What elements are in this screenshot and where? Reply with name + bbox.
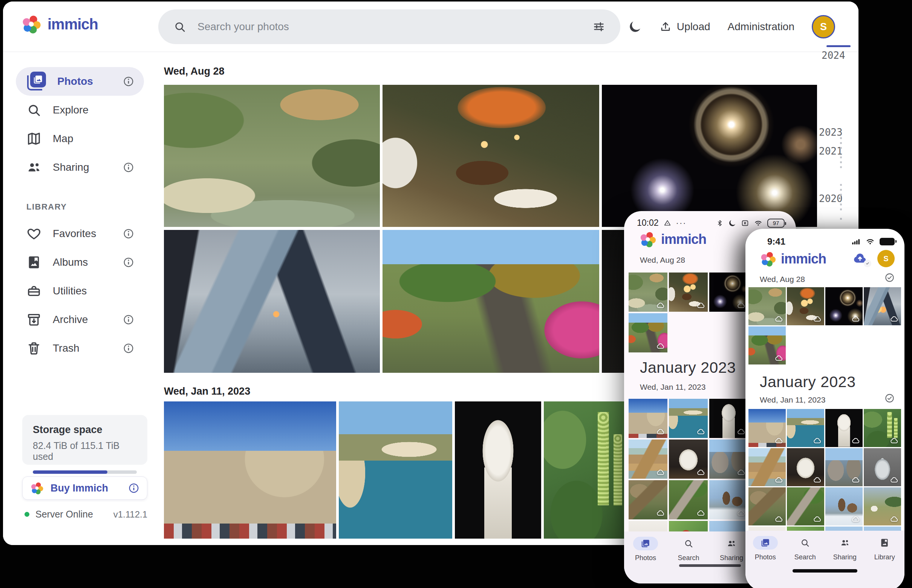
photo-pomegranate[interactable]: [787, 527, 824, 531]
sharing-people-icon: [26, 160, 42, 175]
search-input[interactable]: [197, 20, 582, 33]
top-actions: Upload Administration S: [628, 2, 835, 52]
photo-zoo-monkeys[interactable]: [749, 287, 786, 325]
sidebar-item-photos[interactable]: Photos: [16, 67, 144, 96]
timeline-year[interactable]: 2020: [819, 193, 843, 204]
photo-zoo-monkeys[interactable]: [629, 273, 667, 312]
photo-lizard[interactable]: [629, 480, 667, 519]
photo-sky[interactable]: [709, 521, 748, 531]
photo-fireworks[interactable]: [825, 287, 863, 325]
photo-autumn-park-path[interactable]: [749, 326, 786, 365]
nav-item-search[interactable]: Search: [785, 536, 825, 588]
select-group-icon[interactable]: [885, 273, 895, 283]
user-avatar[interactable]: S: [812, 15, 835, 39]
info-icon[interactable]: [123, 228, 134, 239]
info-icon[interactable]: [123, 314, 134, 325]
photo-dinner-table[interactable]: [383, 85, 599, 227]
nav-item-photos[interactable]: Photos: [746, 536, 785, 588]
photo-marble-bust[interactable]: [825, 409, 863, 447]
photo-castle-ruins[interactable]: [709, 439, 748, 479]
select-group-icon[interactable]: [885, 393, 895, 403]
photo-holding-hands[interactable]: [864, 287, 901, 325]
sidebar-item-favorites[interactable]: Favorites: [16, 220, 144, 248]
sidebar-item-explore[interactable]: Explore: [16, 96, 144, 124]
timeline-year[interactable]: 2024: [822, 50, 845, 61]
info-icon[interactable]: [123, 342, 134, 354]
photo-silver-ornament[interactable]: [864, 448, 901, 486]
timeline-year[interactable]: 2021: [819, 145, 843, 157]
photo-light[interactable]: [749, 527, 786, 531]
search-filter-icon[interactable]: [592, 20, 605, 33]
photo-beach-cliff[interactable]: [749, 448, 786, 486]
photo-lizard-moss[interactable]: [669, 480, 708, 519]
photo-marble-bust[interactable]: [455, 401, 541, 539]
sidebar-item-map[interactable]: Map: [16, 124, 144, 153]
administration-link[interactable]: Administration: [728, 21, 794, 33]
cloud-sync-icon: [775, 515, 783, 523]
photo-fireworks[interactable]: [602, 85, 818, 227]
photo-beach-cliff[interactable]: [629, 439, 667, 479]
photo-marble-sculpture[interactable]: [787, 448, 824, 486]
archive-icon: [26, 312, 42, 327]
user-avatar[interactable]: S: [877, 250, 895, 267]
nav-item-library[interactable]: Library: [865, 536, 905, 588]
backup-cloud-button[interactable]: [850, 250, 870, 266]
info-icon[interactable]: [123, 162, 134, 173]
photo-marble-bust[interactable]: [709, 399, 748, 438]
bluetooth-icon: [716, 220, 723, 227]
sidebar-item-sharing[interactable]: Sharing: [16, 153, 144, 182]
photo-castle-ruins[interactable]: [825, 448, 863, 486]
photo-green-berries[interactable]: [864, 409, 901, 447]
photo-fortress-walls[interactable]: [164, 401, 336, 539]
photo-autumn-park-path[interactable]: [383, 230, 599, 373]
photo-dinner-table[interactable]: [787, 287, 824, 325]
photo-coastal-town[interactable]: [339, 401, 452, 539]
sidebar-item-albums[interactable]: Albums: [16, 248, 144, 277]
photo-lizard[interactable]: [749, 487, 786, 525]
info-icon[interactable]: [128, 483, 139, 494]
dark-mode-toggle-icon[interactable]: [628, 19, 642, 34]
photo-marble-sculpture[interactable]: [669, 439, 708, 479]
buy-immich-button[interactable]: Buy Immich: [22, 477, 147, 500]
info-icon[interactable]: [123, 76, 134, 87]
sidebar-item-label: Sharing: [53, 162, 111, 173]
nav-item-photos[interactable]: Photos: [624, 537, 667, 583]
timeline-year[interactable]: 2023: [819, 127, 843, 138]
sidebar-item-trash[interactable]: Trash: [16, 334, 144, 363]
nav-item-search[interactable]: Search: [667, 537, 710, 583]
photo-coastal-town[interactable]: [787, 409, 824, 447]
photo-snowy-village[interactable]: [709, 480, 748, 519]
date-group-header: Wed, Aug 28: [760, 275, 805, 284]
upload-button[interactable]: Upload: [660, 21, 710, 33]
sidebar-item-archive[interactable]: Archive: [16, 305, 144, 334]
server-version: v1.112.1: [113, 509, 147, 520]
info-icon[interactable]: [123, 257, 134, 268]
photo-dinner-table[interactable]: [669, 273, 708, 312]
photo-lizard-moss[interactable]: [787, 487, 824, 525]
sidebar-item-utilities[interactable]: Utilities: [16, 277, 144, 305]
photo-sky[interactable]: [825, 527, 863, 531]
storage-title: Storage space: [33, 424, 137, 436]
photo-holding-hands[interactable]: [164, 230, 380, 373]
photo-fortress-walls[interactable]: [629, 399, 667, 438]
photo-light[interactable]: [629, 521, 667, 531]
search-bar[interactable]: [158, 10, 620, 44]
photo-zoo-monkeys[interactable]: [164, 85, 380, 227]
toolbox-icon: [26, 283, 42, 299]
photo-pomegranate[interactable]: [669, 521, 708, 531]
immich-logo[interactable]: immich: [21, 14, 98, 34]
timeline-scrubber-handle[interactable]: [826, 45, 851, 47]
timeline-tick: [840, 218, 842, 220]
photo-farm-field[interactable]: [864, 487, 901, 525]
photo-coastal-town[interactable]: [669, 399, 708, 438]
cloud-sync-icon: [656, 509, 665, 517]
photo-green-berries[interactable]: [544, 401, 630, 539]
photo-sky[interactable]: [864, 527, 901, 531]
nav-item-sharing[interactable]: Sharing: [825, 536, 865, 588]
photo-fireworks[interactable]: [709, 273, 748, 312]
photo-fortress-walls[interactable]: [749, 409, 786, 447]
photo-snowy-village[interactable]: [825, 487, 863, 525]
timeline-tick: [840, 204, 842, 205]
photos-icon: [26, 72, 46, 91]
photo-autumn-park-path[interactable]: [629, 313, 667, 352]
